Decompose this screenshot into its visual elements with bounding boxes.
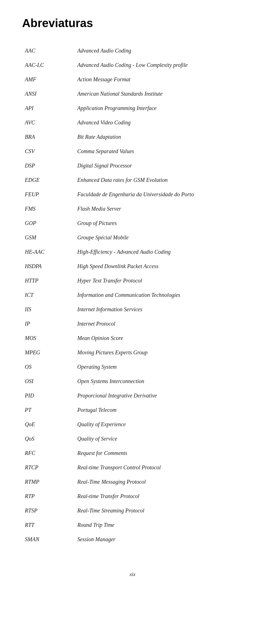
abbr-code: PT xyxy=(22,407,72,413)
abbr-code: FEUP xyxy=(22,191,72,198)
table-row: ANSIAmerican National Standards Institut… xyxy=(22,90,243,104)
abbr-code: HSDPA xyxy=(22,263,72,269)
abbr-code: DSP xyxy=(22,163,72,169)
table-row: MOSMean Opinion Score xyxy=(22,334,243,348)
table-row: BRABit Rate Adaptation xyxy=(22,133,243,147)
abbr-definition: Groupe Spécial Mobile xyxy=(72,234,243,241)
table-row: HTTPHyper Text Transfer Protocol xyxy=(22,276,243,291)
abbr-code: QoE xyxy=(22,421,72,428)
abbr-definition: Hyper Text Transfer Protocol xyxy=(72,278,243,284)
abbreviation-list: AACAdvanced Audio CodingAAC-LCAdvanced A… xyxy=(22,46,243,549)
abbr-definition: Portugal Telecom xyxy=(72,407,243,413)
abbr-definition: Flash Media Server xyxy=(72,206,243,212)
table-row: RTTRound Trip Time xyxy=(22,521,243,535)
table-row: IPInternet Protocol xyxy=(22,320,243,334)
table-row: RFCRequest for Comments xyxy=(22,449,243,463)
abbr-definition: Quality of Experience xyxy=(72,421,243,428)
abbr-definition: Mean Opinion Score xyxy=(72,335,243,341)
abbr-definition: Internet Information Services xyxy=(72,306,243,313)
abbr-code: BRA xyxy=(22,134,72,140)
table-row: QoSQuality of Service xyxy=(22,434,243,449)
abbr-definition: Enhanced Data rates for GSM Evolution xyxy=(72,177,243,183)
abbr-code: HTTP xyxy=(22,278,72,284)
abbr-definition: Advanced Audio Coding xyxy=(72,48,243,54)
abbr-definition: Real-time Transport Control Protocol xyxy=(72,464,243,471)
abbr-code: AMF xyxy=(22,76,72,83)
abbr-definition: Information and Communication Technologi… xyxy=(72,292,243,298)
table-row: OSOperating System xyxy=(22,363,243,377)
abbr-definition: Round Trip Time xyxy=(72,522,243,528)
abbr-code: RTT xyxy=(22,522,72,528)
abbr-definition: Quality of Service xyxy=(72,436,243,442)
abbr-code: AVC xyxy=(22,119,72,126)
abbr-code: MPEG xyxy=(22,349,72,356)
abbr-code: RTCP xyxy=(22,464,72,471)
table-row: AAC-LCAdvanced Audio Coding - Low Comple… xyxy=(22,61,243,75)
abbr-definition: High Speed Downlink Packet Access xyxy=(72,263,243,269)
abbr-definition: Application Programming Interface xyxy=(72,105,243,111)
abbr-definition: Moving Pictures Experts Group xyxy=(72,349,243,356)
abbr-definition: Real-time Transfer Protocol xyxy=(72,493,243,499)
abbr-code: QoS xyxy=(22,436,72,442)
abbr-code: EDGE xyxy=(22,177,72,183)
abbr-definition: Faculdade de Engenharia da Universidade … xyxy=(72,191,243,198)
table-row: PTPortugal Telecom xyxy=(22,406,243,420)
table-row: RTMPReal-Time Messaging Protocol xyxy=(22,478,243,492)
table-row: GSMGroupe Spécial Mobile xyxy=(22,233,243,248)
abbr-definition: Action Message Format xyxy=(72,76,243,83)
table-row: EDGEEnhanced Data rates for GSM Evolutio… xyxy=(22,176,243,190)
abbr-code: GOP xyxy=(22,220,72,226)
abbr-code: AAC xyxy=(22,48,72,54)
abbr-code: RTP xyxy=(22,493,72,499)
abbr-definition: Digital Signal Processor xyxy=(72,163,243,169)
table-row: MPEGMoving Pictures Experts Group xyxy=(22,348,243,363)
abbr-code: SMAN xyxy=(22,536,72,543)
page-footer: xix xyxy=(22,572,243,577)
abbr-definition: Operating System xyxy=(72,364,243,370)
abbr-definition: Open Systems Interconnection xyxy=(72,378,243,384)
abbr-code: ICT xyxy=(22,292,72,298)
table-row: HE-AACHigh-Efficiency - Advanced Audio C… xyxy=(22,248,243,262)
table-row: IISInternet Information Services xyxy=(22,305,243,320)
table-row: PIDProporcional Integrative Derivative xyxy=(22,391,243,406)
abbr-definition: Group of Pictures xyxy=(72,220,243,226)
abbr-definition: Proporcional Integrative Derivative xyxy=(72,392,243,399)
abbr-code: GSM xyxy=(22,234,72,241)
abbr-code: FMS xyxy=(22,206,72,212)
abbr-code: PID xyxy=(22,392,72,399)
abbr-code: RTSP xyxy=(22,507,72,514)
table-row: APIApplication Programming Interface xyxy=(22,104,243,118)
page-title: Abreviaturas xyxy=(22,17,243,30)
abbr-definition: Internet Protocol xyxy=(72,321,243,327)
table-row: GOPGroup of Pictures xyxy=(22,219,243,233)
abbr-code: OSI xyxy=(22,378,72,384)
abbr-definition: Real-Time Streaming Protocol xyxy=(72,507,243,514)
abbr-code: MOS xyxy=(22,335,72,341)
abbr-code: API xyxy=(22,105,72,111)
abbr-definition: American National Standards Institute xyxy=(72,91,243,97)
abbr-definition: Advanced Video Coding xyxy=(72,119,243,126)
abbr-code: IP xyxy=(22,321,72,327)
table-row: RTCPReal-time Transport Control Protocol xyxy=(22,463,243,478)
abbr-code: RFC xyxy=(22,450,72,456)
table-row: ICTInformation and Communication Technol… xyxy=(22,291,243,305)
abbr-code: IIS xyxy=(22,306,72,313)
table-row: FEUPFaculdade de Engenharia da Universid… xyxy=(22,190,243,205)
abbr-code: ANSI xyxy=(22,91,72,97)
table-row: DSPDigital Signal Processor xyxy=(22,161,243,176)
table-row: AACAdvanced Audio Coding xyxy=(22,46,243,61)
table-row: AVCAdvanced Video Coding xyxy=(22,118,243,133)
abbr-code: OS xyxy=(22,364,72,370)
abbr-definition: Session Manager xyxy=(72,536,243,543)
table-row: RTPReal-time Transfer Protocol xyxy=(22,492,243,506)
abbr-definition: Real-Time Messaging Protocol xyxy=(72,479,243,485)
table-row: FMSFlash Media Server xyxy=(22,205,243,219)
table-row: QoEQuality of Experience xyxy=(22,420,243,434)
abbr-code: AAC-LC xyxy=(22,62,72,68)
table-row: AMFAction Message Format xyxy=(22,75,243,90)
abbr-code: CSV xyxy=(22,148,72,155)
abbr-definition: Bit Rate Adaptation xyxy=(72,134,243,140)
abbr-code: HE-AAC xyxy=(22,249,72,255)
abbr-definition: Comma Separated Values xyxy=(72,148,243,155)
abbr-definition: High-Efficiency - Advanced Audio Coding xyxy=(72,249,243,255)
